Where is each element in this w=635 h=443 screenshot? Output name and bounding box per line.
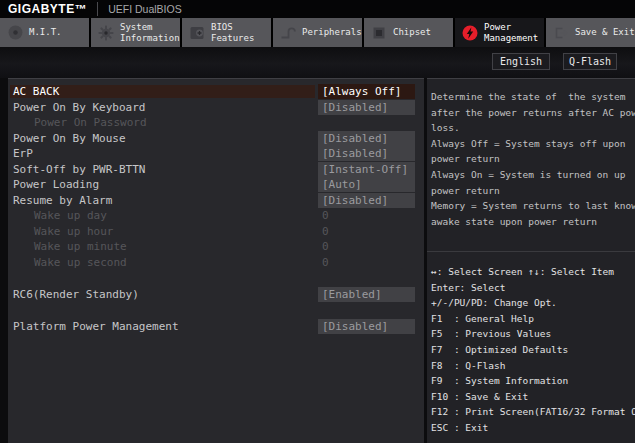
setting-label: ErP	[10, 147, 315, 160]
setting-label: Platform Power Management	[10, 320, 315, 333]
setting-label: Wake up second	[10, 256, 315, 269]
sub-header-band: English Q-Flash	[0, 47, 635, 78]
setting-row-power-on-by-keyboard[interactable]: Power On By Keyboard [Disabled]	[10, 100, 423, 116]
setting-row-wake-up-hour: Wake up hour 0	[10, 224, 423, 240]
setting-row-resume-by-alarm[interactable]: Resume by Alarm [Disabled]	[10, 193, 423, 209]
tab-label: Power Management	[484, 22, 544, 43]
setting-value[interactable]: [Disabled]	[318, 100, 415, 115]
setting-value[interactable]: [Instant-Off]	[318, 162, 415, 177]
tab-chipset[interactable]: Chipset	[364, 18, 453, 47]
setting-value[interactable]: [Disabled]	[318, 131, 415, 146]
gear-icon	[98, 25, 114, 41]
help-line: Memory = System returns to last know	[431, 198, 633, 214]
setting-label: Resume by Alarm	[10, 194, 315, 207]
key-line: +/-/PU/PD: Change Opt.	[431, 295, 635, 311]
chip-plus-icon	[189, 25, 205, 41]
title-bar: GIGABYTE™ UEFI DualBIOS	[0, 0, 635, 18]
setting-row-rc6-render-standby[interactable]: RC6(Render Standby) [Enabled]	[10, 287, 423, 303]
setting-value[interactable]: [Enabled]	[318, 287, 415, 302]
setting-row-wake-up-minute: Wake up minute 0	[10, 239, 423, 255]
help-line: after the power returns after AC power	[431, 105, 633, 121]
item-help-text: Determine the state of the system after …	[427, 79, 635, 251]
help-line: power return	[431, 183, 633, 199]
setting-row-soft-off-by-pwr-bttn[interactable]: Soft-Off by PWR-BTTN [Instant-Off]	[10, 162, 423, 178]
gauge-icon	[7, 25, 23, 41]
setting-label: Wake up day	[10, 209, 315, 222]
setting-value: 0	[318, 255, 415, 270]
tab-label: System Information	[120, 22, 180, 43]
setting-row-ac-back[interactable]: AC BACK [Always Off]	[10, 84, 423, 100]
key-line: F9 : System Information	[431, 373, 635, 389]
help-line: loss.	[431, 120, 633, 136]
setting-value[interactable]: [Disabled]	[318, 193, 415, 208]
exit-door-icon	[553, 25, 569, 41]
setting-row-power-loading[interactable]: Power Loading [Auto]	[10, 177, 423, 193]
help-line: Always On = System is turned on up	[431, 167, 633, 183]
tab-bar: M.I.T. System Information BIOS Features …	[0, 18, 635, 47]
tab-label: Save & Exit	[575, 27, 635, 38]
help-line: Determine the state of the system	[431, 89, 633, 105]
setting-label: Power Loading	[10, 178, 315, 191]
tab-label: Peripherals	[302, 27, 362, 38]
key-line: F8 : Q-Flash	[431, 358, 635, 374]
setting-value[interactable]: [Auto]	[318, 177, 415, 192]
cable-icon	[280, 25, 296, 41]
setting-label: Power On By Keyboard	[10, 101, 315, 114]
bios-title: UEFI DualBIOS	[98, 3, 182, 15]
setting-row-wake-up-second: Wake up second 0	[10, 255, 423, 271]
chip-icon	[371, 25, 387, 41]
setting-label: Soft-Off by PWR-BTTN	[10, 163, 315, 176]
setting-label: Wake up hour	[10, 225, 315, 238]
key-line: F12 : Print Screen(FAT16/32 Format Only)	[431, 404, 635, 420]
power-bolt-icon	[462, 25, 478, 41]
setting-row-power-on-password: Power On Password	[10, 115, 423, 131]
key-line: ↔: Select Screen ↑↓: Select Item	[431, 264, 635, 280]
main-area: AC BACK [Always Off] Power On By Keyboar…	[0, 78, 635, 443]
tab-power-management[interactable]: Power Management	[455, 18, 544, 47]
setting-label: RC6(Render Standby)	[10, 288, 315, 301]
tab-bios-features[interactable]: BIOS Features	[182, 18, 271, 47]
setting-value: 0	[318, 224, 415, 239]
tab-label: M.I.T.	[29, 27, 62, 38]
tab-label: Chipset	[393, 27, 431, 38]
setting-label: Power On By Mouse	[10, 132, 315, 145]
setting-value[interactable]: [Always Off]	[318, 84, 415, 99]
key-line: ESC : Exit	[431, 420, 635, 436]
help-line: Always Off = System stays off upon	[431, 136, 633, 152]
settings-panel: AC BACK [Always Off] Power On By Keyboar…	[8, 78, 424, 443]
setting-value: 0	[318, 208, 415, 223]
setting-row-erp[interactable]: ErP [Disabled]	[10, 146, 423, 162]
setting-row-platform-power-management[interactable]: Platform Power Management [Disabled]	[10, 319, 423, 335]
key-line: F10 : Save & Exit	[431, 389, 635, 405]
help-line: power return	[431, 151, 633, 167]
help-line: awake state upon power return	[431, 214, 633, 230]
setting-value	[318, 115, 415, 130]
tab-label: BIOS Features	[211, 22, 271, 43]
key-line: F5 : Previous Values	[431, 326, 635, 342]
setting-label: Power On Password	[10, 116, 315, 129]
setting-value: 0	[318, 239, 415, 254]
setting-label: Wake up minute	[10, 240, 315, 253]
setting-value[interactable]: [Disabled]	[318, 319, 415, 334]
setting-label: AC BACK	[10, 85, 315, 98]
tab-peripherals[interactable]: Peripherals	[273, 18, 362, 47]
key-line: F1 : General Help	[431, 311, 635, 327]
setting-row-power-on-by-mouse[interactable]: Power On By Mouse [Disabled]	[10, 131, 423, 147]
key-line: Enter: Select	[431, 280, 635, 296]
setting-row-wake-up-day: Wake up day 0	[10, 208, 423, 224]
key-line: F7 : Optimized Defaults	[431, 342, 635, 358]
tab-save-exit[interactable]: Save & Exit	[546, 18, 635, 47]
tab-system-information[interactable]: System Information	[91, 18, 180, 47]
help-panel: Determine the state of the system after …	[427, 78, 635, 443]
setting-value[interactable]: [Disabled]	[318, 146, 415, 161]
tab-mit[interactable]: M.I.T.	[0, 18, 89, 47]
key-legend: ↔: Select Screen ↑↓: Select Item Enter: …	[427, 252, 635, 436]
english-button[interactable]: English	[492, 53, 550, 70]
qflash-button[interactable]: Q-Flash	[563, 53, 617, 70]
gigabyte-logo: GIGABYTE™	[0, 2, 97, 16]
